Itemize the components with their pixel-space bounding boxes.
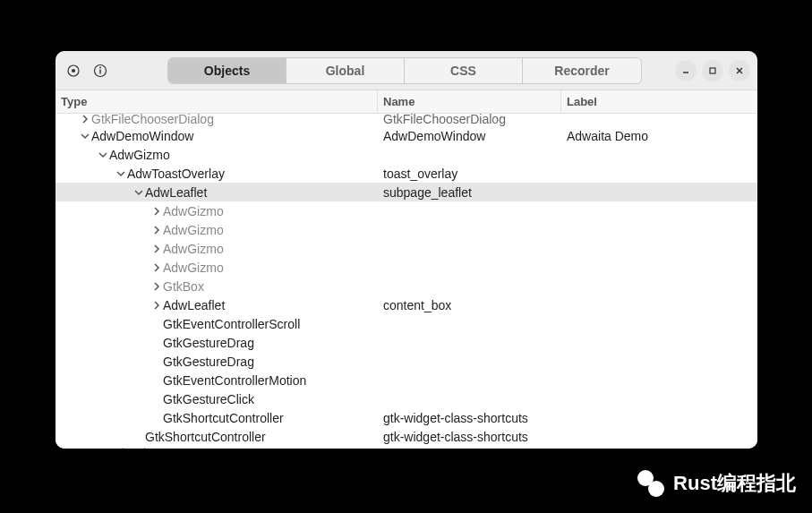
info-icon[interactable]: [90, 60, 111, 81]
type-text: GtkBox: [163, 279, 204, 294]
type-cell[interactable]: GtkGestureClick: [56, 392, 378, 406]
tab-objects[interactable]: Objects: [168, 57, 286, 84]
type-cell[interactable]: AdwGizmo: [56, 446, 378, 449]
tree-row[interactable]: GtkEventControllerMotion: [56, 371, 757, 389]
type-cell[interactable]: AdwGizmo: [56, 148, 378, 162]
type-text: AdwGizmo: [163, 242, 224, 256]
type-text: AdwGizmo: [109, 148, 170, 162]
tree-row[interactable]: GtkFileChooserDialogGtkFileChooserDialog: [56, 114, 757, 126]
type-text: GtkShortcutController: [163, 411, 284, 425]
headerbar-left: [56, 60, 167, 81]
tree-row[interactable]: GtkEventControllerScroll: [56, 314, 757, 333]
svg-rect-3: [99, 69, 100, 73]
tree-row[interactable]: AdwLeafletcontent_box: [56, 295, 757, 314]
type-text: AdwGizmo: [163, 204, 224, 218]
tree-row[interactable]: GtkBox: [56, 277, 757, 295]
tree-row[interactable]: AdwGizmo: [56, 220, 757, 239]
type-cell[interactable]: GtkShortcutController: [56, 430, 378, 444]
watermark-text: Rust编程指北: [673, 470, 796, 497]
type-text: AdwLeaflet: [145, 185, 207, 200]
type-text: AdwGizmo: [109, 446, 170, 449]
tree-row[interactable]: GtkGestureDrag: [56, 352, 757, 371]
type-cell[interactable]: GtkShortcutController: [56, 411, 378, 425]
column-name-header[interactable]: Name: [378, 90, 561, 113]
tree-row[interactable]: AdwGizmo: [56, 239, 757, 258]
tree-row[interactable]: AdwGizmo: [56, 446, 757, 449]
tab-recorder[interactable]: Recorder: [523, 57, 641, 84]
type-text: AdwGizmo: [163, 261, 224, 275]
inspector-window: Objects Global CSS Recorder Type Name La…: [56, 51, 757, 449]
tab-css[interactable]: CSS: [405, 57, 523, 84]
type-cell[interactable]: GtkGestureDrag: [56, 336, 378, 350]
svg-point-4: [99, 66, 101, 68]
type-text: AdwGizmo: [163, 223, 224, 237]
type-cell[interactable]: AdwGizmo: [56, 242, 378, 256]
target-icon[interactable]: [63, 60, 84, 81]
type-text: GtkGestureDrag: [163, 355, 254, 369]
name-cell: toast_overlay: [378, 167, 561, 181]
tree-row[interactable]: AdwGizmo: [56, 201, 757, 220]
tree-row[interactable]: GtkGestureDrag: [56, 333, 757, 352]
tree-row[interactable]: AdwLeafletsubpage_leaflet: [56, 183, 757, 201]
tree-row[interactable]: AdwGizmo: [56, 145, 757, 164]
tree-row[interactable]: GtkShortcutControllergtk-widget-class-sh…: [56, 427, 757, 446]
tree-row[interactable]: AdwToastOverlaytoast_overlay: [56, 164, 757, 183]
name-cell: AdwDemoWindow: [378, 129, 561, 143]
type-cell[interactable]: AdwGizmo: [56, 223, 378, 237]
type-cell[interactable]: AdwDemoWindow: [56, 129, 378, 143]
type-text: GtkEventControllerScroll: [163, 317, 300, 331]
type-cell[interactable]: GtkEventControllerScroll: [56, 317, 378, 331]
view-switcher: Objects Global CSS Recorder: [167, 57, 642, 84]
name-cell: subpage_leaflet: [378, 185, 561, 200]
object-tree[interactable]: GtkFileChooserDialogGtkFileChooserDialog…: [56, 114, 757, 449]
name-cell: GtkFileChooserDialog: [378, 114, 561, 126]
type-cell[interactable]: GtkEventControllerMotion: [56, 373, 378, 388]
type-cell[interactable]: GtkFileChooserDialog: [56, 114, 378, 126]
type-cell[interactable]: AdwLeaflet: [56, 298, 378, 312]
column-type-header[interactable]: Type: [56, 90, 378, 113]
type-text: GtkFileChooserDialog: [91, 114, 214, 126]
type-text: GtkShortcutController: [145, 430, 266, 444]
type-text: GtkGestureClick: [163, 392, 254, 406]
column-headers: Type Name Label: [56, 90, 757, 114]
type-text: GtkGestureDrag: [163, 336, 254, 350]
name-cell: content_box: [378, 298, 561, 312]
svg-rect-6: [710, 68, 715, 73]
tree-row[interactable]: AdwDemoWindowAdwDemoWindowAdwaita Demo: [56, 126, 757, 145]
tree-row[interactable]: AdwGizmo: [56, 258, 757, 277]
minimize-button[interactable]: [675, 60, 697, 81]
name-cell: gtk-widget-class-shortcuts: [378, 430, 561, 444]
close-button[interactable]: [729, 60, 750, 81]
type-cell[interactable]: AdwGizmo: [56, 204, 378, 218]
type-text: AdwToastOverlay: [127, 167, 225, 181]
type-text: GtkEventControllerMotion: [163, 373, 306, 388]
name-cell: gtk-widget-class-shortcuts: [378, 411, 561, 425]
tree-row[interactable]: GtkGestureClick: [56, 389, 757, 408]
tab-global[interactable]: Global: [286, 57, 405, 84]
type-cell[interactable]: AdwGizmo: [56, 261, 378, 275]
window-controls: [675, 60, 757, 81]
watermark: Rust编程指北: [637, 470, 796, 497]
type-text: AdwDemoWindow: [91, 129, 193, 143]
tree-row[interactable]: GtkShortcutControllergtk-widget-class-sh…: [56, 408, 757, 427]
type-cell[interactable]: GtkBox: [56, 279, 378, 294]
svg-point-1: [72, 69, 75, 73]
label-cell: Adwaita Demo: [561, 129, 757, 143]
wechat-icon: [637, 470, 664, 497]
column-label-header[interactable]: Label: [561, 90, 757, 113]
maximize-button[interactable]: [702, 60, 723, 81]
headerbar: Objects Global CSS Recorder: [56, 51, 757, 90]
type-cell[interactable]: GtkGestureDrag: [56, 355, 378, 369]
type-cell[interactable]: AdwToastOverlay: [56, 167, 378, 181]
type-text: AdwLeaflet: [163, 298, 225, 312]
type-cell[interactable]: AdwLeaflet: [56, 185, 378, 200]
